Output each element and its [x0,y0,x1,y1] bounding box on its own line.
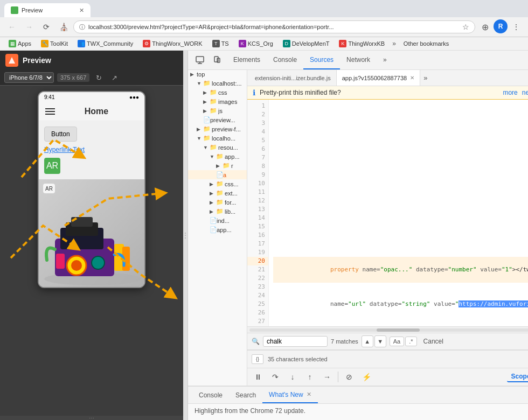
extensions-button[interactable]: ⊕ [477,19,492,34]
tree-item-for[interactable]: ▶ 📁 for... [188,198,247,207]
scope-tab[interactable]: Scope [507,372,528,382]
step-into-button[interactable]: ↓ [286,370,299,383]
tree-item-images[interactable]: ▶ 📁 images [188,97,247,106]
regex-button[interactable]: .* [405,337,416,346]
match-case-button[interactable]: Aa [390,337,404,346]
format-button[interactable]: {} [252,354,263,364]
bookmark-other[interactable]: Other bookmarks [399,39,453,48]
back-button[interactable]: ← [4,19,19,34]
tree-item-resou[interactable]: ▼ 📁 resou... [188,143,247,152]
bookmark-dev[interactable]: D DeVelopMenT [279,38,334,49]
menu-button[interactable]: ⋮ [509,19,524,34]
bookmark-toolkit[interactable]: 🔧 ToolKit [37,38,72,49]
editor-tab-extension[interactable]: extension-initi...izer.bundle.js [249,70,337,86]
hamburger-menu[interactable] [45,108,55,115]
phone-ar-button[interactable]: AR [44,158,60,174]
code-line [273,222,528,231]
bottom-tab-console[interactable]: Console [192,387,229,403]
pretty-print-never-show-link[interactable]: never show [522,89,528,96]
bookmark-community[interactable]: 👥 TWX_Community [73,38,137,49]
search-cancel-button[interactable]: Cancel [420,337,447,346]
bookmark-apps[interactable]: ▦ Apps [4,38,36,49]
pause-button[interactable]: ⏸ [252,370,265,383]
tree-item-css2[interactable]: ▶ 📁 css... [188,179,247,188]
code-content[interactable]: 1 2 3 4 5 6 7 8 9 10 11 12 13 [247,100,528,326]
folder-icon: 📁 [216,199,224,206]
code-line [273,119,528,128]
tree-item-lib[interactable]: ▶ 📁 lib... [188,207,247,216]
open-external-button[interactable]: ↗ [108,73,121,83]
phone-button[interactable]: Button [44,127,77,142]
code-line-highlighted: property name="opac..." datatype="number… [273,257,528,283]
dont-pause-exceptions-button[interactable]: ⚡ [360,370,373,383]
tab-network[interactable]: Network [340,51,377,69]
tree-item-name: preview-f... [212,126,241,132]
preview-resize-handle[interactable]: ⋯ [0,416,183,420]
tab-more[interactable]: » [377,51,393,69]
line-num: 26 [247,309,268,317]
tab-sources[interactable]: Sources [303,51,340,69]
browser-frame: Preview ✕ ← → ⟳ ⛪ ⓘ localhost:3000/previ… [0,0,528,420]
phone-hyperlink[interactable]: Hyperlink Text [44,146,139,153]
tree-item-ext[interactable]: ▶ 📁 ext... [188,188,247,198]
line-num: 3 [247,119,268,128]
editor-tabs-more[interactable]: » [420,74,430,82]
device-selector[interactable]: iPhone 6/7/8 [4,72,54,83]
tab-elements[interactable]: Elements [227,51,267,69]
browser-tab[interactable]: Preview ✕ [4,3,91,17]
tree-item-name: localhost:... [212,80,242,87]
tree-item-a-selected[interactable]: 📄 a [188,170,247,179]
editor-tab-app[interactable]: app.js?v1550062887738 ✕ [337,70,421,86]
tree-item-preview[interactable]: 📄 preview... [188,115,247,124]
tree-arrow-icon: ▶ [203,108,209,114]
h-scrollbar[interactable] [247,326,528,333]
tree-item-localhost[interactable]: ▼ 📁 localhost:... [188,79,247,88]
tree-item-app[interactable]: ▼ 📁 app... [188,152,247,161]
tab-console[interactable]: Console [267,51,303,69]
code-line [273,205,528,214]
tree-item-css[interactable]: ▶ 📁 css [188,88,247,97]
bookmark-thingworx-work[interactable]: ⚙ ThingWorx_WORK [138,38,206,49]
deactivate-breakpoints-button[interactable]: ⊘ [343,370,356,383]
scrollbar-track[interactable] [249,328,528,332]
editor-tab-close[interactable]: ✕ [410,75,414,81]
search-input[interactable] [263,336,328,347]
scrollbar-thumb[interactable] [377,328,420,332]
forward-button[interactable]: → [22,19,37,34]
bookmark-kcs[interactable]: K KCS_Org [234,38,277,49]
panel-resize-handle[interactable] [183,51,187,420]
rotate-button[interactable]: ↻ [93,73,105,83]
line-num: 25 [247,300,268,309]
search-next-button[interactable]: ▼ [374,335,386,347]
close-tab-button[interactable]: ✕ [79,7,84,14]
tree-item-top[interactable]: ▶ top [188,70,247,79]
whats-new-close-button[interactable]: ✕ [307,391,311,398]
tree-item-preview-f[interactable]: ▶ 📁 preview-f... [188,124,247,134]
home-button[interactable]: ⛪ [56,19,71,34]
bottom-tab-whats-new[interactable]: What's New ✕ [262,387,318,403]
step-over-button[interactable]: ↷ [269,370,282,383]
search-prev-button[interactable]: ▲ [362,335,373,347]
reload-button[interactable]: ⟳ [39,19,54,34]
pretty-print-more-link[interactable]: more [503,89,517,96]
bookmark-star-icon[interactable]: ☆ [462,23,469,31]
tree-item-app2[interactable]: 📄 app... [188,225,247,234]
bottom-tab-search[interactable]: Search [229,387,262,403]
bookmark-ts[interactable]: T TS [208,38,233,49]
bookmark-kb[interactable]: K ThingWorxKB [335,38,389,49]
tree-item-js[interactable]: ▶ 📁 js [188,106,247,115]
tree-item-r[interactable]: ▶ 📁 r [188,161,247,170]
tree-item-ind[interactable]: 📄 ind... [188,216,247,225]
step-out-button[interactable]: ↑ [303,370,316,383]
more-bookmarks-icon[interactable]: » [390,38,398,49]
step-button[interactable]: → [321,370,334,383]
profile-button[interactable]: R [494,19,508,33]
devtools-device-button[interactable] [210,53,225,68]
code-line [273,102,528,110]
code-lines[interactable]: property name="opac..." datatype="number… [269,100,528,326]
tree-item-localho2[interactable]: ▼ 📁 localho... [188,134,247,143]
address-bar[interactable]: ⓘ localhost:3000/preview.html?projectTyp… [73,20,475,33]
sources-container: ▶ top ▼ 📁 localhost:... ▶ 📁 css [188,70,528,386]
devtools-inspect-button[interactable] [192,53,207,68]
thingworx-work-icon: ⚙ [143,40,150,47]
